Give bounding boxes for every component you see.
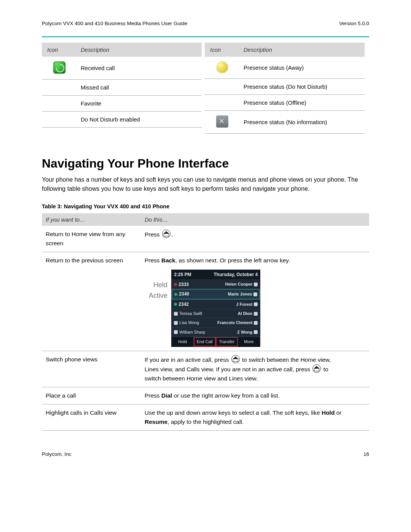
home-icon (312, 364, 321, 373)
footer-page: 16 (363, 451, 369, 457)
col-desc: Description (75, 43, 202, 57)
softkey-hold: Hold (172, 337, 194, 347)
table-row: Place a call Press Dial or use the right… (42, 387, 369, 404)
section-heading: Navigating Your Phone Interface (42, 157, 369, 171)
presence-away-icon (217, 61, 228, 73)
icon-desc: Favorite (75, 96, 202, 112)
col-want: If you want to… (42, 213, 141, 226)
icon-table-left: Icon Description Received call Missed ca… (42, 43, 202, 128)
softkey-more: More (238, 337, 260, 347)
table-caption: Table 3: Navigating Your VVX 400 and 410… (42, 203, 369, 209)
col-do: Do this… (141, 213, 369, 226)
table-row: Return to Home view from any screen Pres… (42, 226, 369, 252)
phone-line-row: 2342J Forest (172, 299, 260, 309)
section-paragraph: Your phone has a number of keys and soft… (42, 175, 369, 193)
icon-desc: Presence status (Offline) (238, 95, 365, 111)
table-row: Highlight calls in Calls view Use the up… (42, 404, 369, 430)
want-cell: Highlight calls in Calls view (42, 404, 141, 430)
phone-screenshot: 2:25 PM Thursday, October 4 2333Helen Co… (171, 270, 260, 347)
do-cell: Use the up and down arrow keys to select… (141, 404, 369, 430)
want-cell: Place a call (42, 387, 141, 404)
softkey-end-call: End Call (194, 337, 216, 347)
phone-time: 2:25 PM (174, 271, 191, 278)
footer-company: Polycom, Inc (42, 451, 71, 457)
home-icon (162, 230, 170, 238)
phone-softkeys: HoldEnd CallTransferMore (172, 337, 260, 347)
want-cell: Switch phone views (42, 351, 141, 387)
phone-line-row: 2340Marie Jones (172, 289, 260, 299)
phone-annotation-labels: Held Active (145, 270, 167, 301)
icon-desc: Presence status (Away) (238, 57, 365, 79)
table-row: Switch phone views If you are in an acti… (42, 351, 369, 387)
do-cell: Press . (141, 226, 369, 252)
icon-desc: Presence status (No information) (238, 111, 365, 134)
do-cell: Press Back, as shown next. Or press the … (141, 252, 369, 351)
table-row: Return to the previous screen Press Back… (42, 252, 369, 351)
home-icon (231, 355, 240, 363)
phone-line-row: William SharpZ Wong (172, 328, 260, 337)
header-rule (42, 36, 369, 37)
do-cell: If you are in an active call, press to s… (141, 351, 369, 387)
softkey-transfer: Transfer (216, 337, 238, 347)
icon-desc: Do Not Disturb enabled (75, 112, 202, 128)
received-call-icon (53, 61, 65, 73)
want-cell: Return to Home view from any screen (42, 226, 141, 252)
phone-date: Thursday, October 4 (214, 271, 258, 278)
phone-line-row: Lisa WongFrancois Clement (172, 318, 260, 327)
presence-noinfo-icon (216, 115, 228, 128)
icon-desc: Presence status (Do Not Disturb) (238, 79, 365, 95)
doc-version: Version 5.0.0 (339, 21, 369, 26)
col-desc: Description (238, 43, 365, 57)
icon-desc: Missed call (75, 80, 202, 96)
phone-line-row: Teresa SwiftAl Dion (172, 309, 260, 318)
nav-table: If you want to… Do this… Return to Home … (42, 213, 369, 431)
doc-title: Polycom VVX 400 and 410 Business Media P… (42, 21, 187, 26)
col-icon: Icon (42, 43, 75, 57)
do-cell: Press Dial or use the right arrow key fr… (141, 387, 369, 404)
col-icon: Icon (205, 43, 238, 57)
want-cell: Return to the previous screen (42, 252, 141, 351)
icon-table-right: Icon Description Presence status (Away) … (205, 43, 365, 134)
icon-desc: Received call (75, 57, 202, 80)
phone-line-row: 2333Helen Cooper (172, 280, 260, 289)
